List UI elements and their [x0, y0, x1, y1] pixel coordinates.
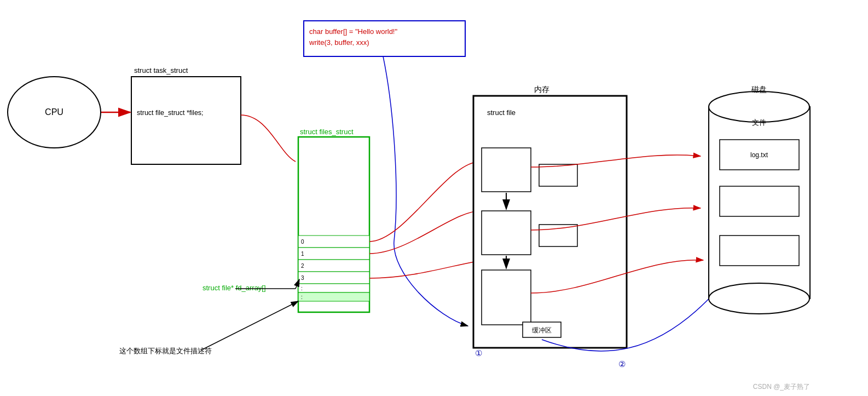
- svg-line-21: [202, 301, 298, 349]
- svg-rect-11: [298, 260, 369, 272]
- file-struct-ptr: struct file_struct *files;: [137, 109, 204, 117]
- svg-rect-37: [720, 236, 799, 266]
- svg-point-34: [709, 283, 809, 314]
- svg-rect-24: [482, 148, 531, 192]
- buffer-zone-label: 缓冲区: [532, 326, 552, 334]
- circle1-label: ①: [475, 348, 482, 358]
- struct-file-label: struct file: [487, 108, 516, 117]
- svg-rect-5: [131, 77, 241, 164]
- svg-rect-25: [539, 164, 577, 186]
- watermark: CSDN @_麦子熟了: [753, 383, 810, 391]
- svg-rect-36: [720, 186, 799, 216]
- memory-label: 内存: [534, 85, 549, 94]
- svg-point-33: [709, 91, 809, 122]
- svg-rect-15: [298, 284, 369, 292]
- svg-text:0: 0: [301, 239, 304, 245]
- fd-array-label: struct file* fd_array[]: [202, 284, 266, 292]
- svg-text:1: 1: [301, 251, 304, 257]
- svg-text:2: 2: [301, 263, 304, 269]
- file-label: 文件: [752, 118, 766, 127]
- svg-rect-27: [482, 211, 531, 255]
- cpu-label: CPU: [45, 107, 63, 117]
- svg-rect-28: [539, 225, 577, 246]
- svg-rect-9: [298, 248, 369, 260]
- svg-rect-7: [298, 236, 369, 248]
- svg-text::: :: [301, 285, 303, 291]
- svg-rect-30: [482, 270, 531, 325]
- array-note: 这个数组下标就是文件描述符: [119, 347, 212, 355]
- svg-rect-13: [298, 272, 369, 284]
- svg-text:3: 3: [301, 275, 304, 281]
- code-line1: char buffer[] = "Hello world!": [309, 27, 397, 36]
- disk-label: 磁盘: [751, 85, 767, 94]
- task-struct-label: struct task_struct: [134, 66, 188, 74]
- files-struct-label: struct files_struct: [300, 128, 354, 136]
- svg-rect-17: [298, 292, 369, 301]
- circle2-label: ②: [618, 359, 626, 369]
- code-line2: write(3, buffer, xxx): [309, 38, 369, 47]
- log-txt-label: log.txt: [750, 151, 768, 159]
- svg-text::: :: [301, 294, 303, 300]
